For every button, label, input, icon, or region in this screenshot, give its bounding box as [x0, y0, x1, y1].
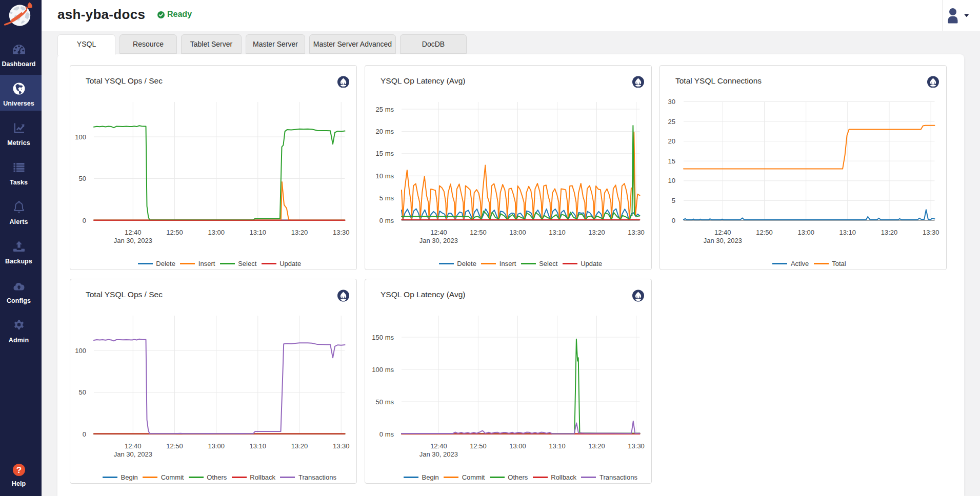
svg-text:?: ? [16, 465, 21, 475]
